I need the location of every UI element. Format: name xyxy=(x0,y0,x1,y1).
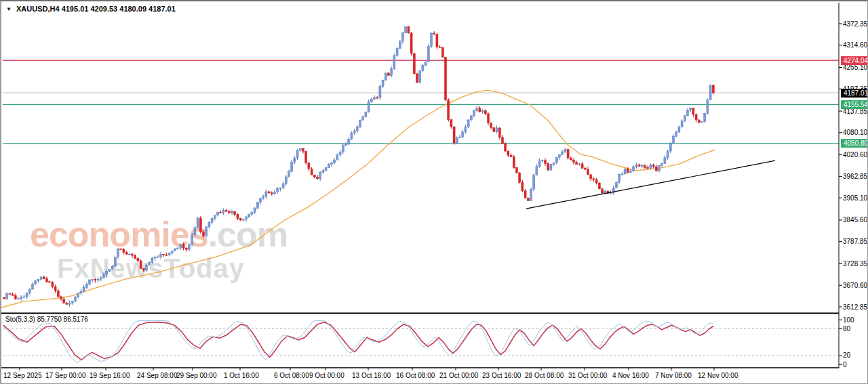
stochastic-axis-tick-label: 100 xyxy=(843,316,854,324)
symbol-dropdown-icon[interactable]: ▼ xyxy=(6,6,12,12)
ma-layer xyxy=(1,90,715,307)
time-axis-tick-label: 21 Oct 00:00 xyxy=(439,372,479,379)
time-axis-tick-label: 7 Nov 08:00 xyxy=(655,372,692,379)
price-axis-tick-label: 4255.10 xyxy=(843,64,867,71)
time-axis-tick-label: 23 Oct 16:00 xyxy=(482,372,521,379)
time-axis-tick-label: 13 Oct 16:00 xyxy=(352,372,391,379)
time-axis-tick-label: 6 Oct 08:00 xyxy=(274,372,309,379)
stochastic-axis-tick-label: 0 xyxy=(843,361,847,368)
candles-layer xyxy=(3,26,715,307)
price-axis-tick-label: 3787.85 xyxy=(843,238,867,245)
resistance-price-badge: 4274.04 xyxy=(841,56,868,65)
price-axis-tick-label: 3905.10 xyxy=(843,194,867,202)
symbol-header: ▼ XAUUSD,H4 4195.01 4209.53 4180.09 4187… xyxy=(6,5,176,13)
time-axis-tick-label: 19 Sep 16:00 xyxy=(90,372,130,379)
price-axis-tick-label: 4020.60 xyxy=(843,151,867,158)
ohlc-values: 4195.01 4209.53 4180.09 4187.01 xyxy=(62,5,176,13)
time-axis-tick-label: 12 Sep 2025 xyxy=(3,372,42,379)
time-axis-tick-label: 31 Oct 00:00 xyxy=(568,372,608,379)
chart-canvas[interactable]: 4372.354314.604255.104197.354137.854080.… xyxy=(1,1,867,383)
price-axis-tick-label: 4372.35 xyxy=(843,20,867,28)
price-axis-tick-label: 3962.85 xyxy=(843,173,867,180)
time-axis-tick-label: 24 Sep 08:00 xyxy=(137,372,178,379)
time-axis-tick-label: 12 Nov 00:00 xyxy=(698,372,738,379)
time-axis-tick-label: 4 Nov 16:00 xyxy=(612,372,649,379)
time-axis-tick-label: 9 Oct 00:00 xyxy=(309,372,344,379)
price-axis-tick-label: 4314.60 xyxy=(843,41,867,49)
time-axis-tick-label: 17 Sep 00:00 xyxy=(45,372,86,379)
stochastic-indicator-label: Sto(5,3,3) 85.7750 86.5176 xyxy=(5,316,88,323)
price-axis-tick-label: 3670.60 xyxy=(843,282,867,289)
axes-layer: 4372.354314.604255.104197.354137.854080.… xyxy=(1,3,867,379)
price-axis-tick-label: 3612.85 xyxy=(843,303,867,311)
support-price-badge-2: 4050.80 xyxy=(841,139,868,148)
price-axis-tick-label: 3845.60 xyxy=(843,216,867,223)
time-axis-tick-label: 16 Oct 08:00 xyxy=(396,372,435,379)
symbol-period-label: XAUUSD,H4 xyxy=(16,5,60,13)
current-price-badge: 4187.01 xyxy=(841,89,868,98)
support-price-badge-1: 4155.54 xyxy=(841,100,868,109)
time-axis-tick-label: 29 Sep 00:00 xyxy=(176,372,217,379)
time-axis-tick-label: 28 Oct 08:00 xyxy=(525,372,564,379)
price-axis-tick-label: 4080.10 xyxy=(843,129,867,136)
stochastic-layer xyxy=(3,321,839,363)
price-axis-tick-label: 3728.35 xyxy=(843,260,867,268)
stochastic-axis-tick-label: 20 xyxy=(843,351,851,359)
stochastic-axis-tick-label: 80 xyxy=(843,325,851,333)
time-axis-tick-label: 1 Oct 16:00 xyxy=(224,372,259,379)
trading-chart-window: economies.com FxNewsToday 4372.354314.60… xyxy=(0,0,868,384)
